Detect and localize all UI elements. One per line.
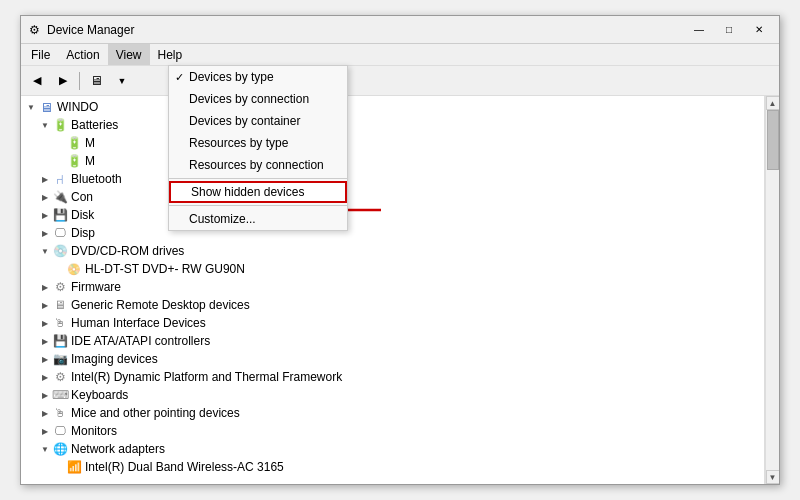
tree-label-firmware: Firmware bbox=[71, 280, 121, 294]
expand-ide[interactable]: ▶ bbox=[39, 335, 51, 347]
scroll-thumb[interactable] bbox=[767, 110, 779, 170]
tree-label-ide: IDE ATA/ATAPI controllers bbox=[71, 334, 210, 348]
window-title: Device Manager bbox=[47, 23, 685, 37]
mice-icon: 🖱 bbox=[52, 405, 68, 421]
computer-icon: 🖥 bbox=[38, 99, 54, 115]
monitors-icon: 🖵 bbox=[52, 423, 68, 439]
tree-item-batteries[interactable]: ▼ 🔋 Batteries bbox=[21, 116, 764, 134]
menu-help[interactable]: Help bbox=[150, 44, 191, 65]
tree-label-keyboards: Keyboards bbox=[71, 388, 128, 402]
bluetooth-icon: ⑁ bbox=[52, 171, 68, 187]
menu-file[interactable]: File bbox=[23, 44, 58, 65]
disp-icon: 🖵 bbox=[52, 225, 68, 241]
expand-intel[interactable]: ▶ bbox=[39, 371, 51, 383]
forward-button[interactable]: ▶ bbox=[51, 70, 75, 92]
tree-label-dvddrive: HL-DT-ST DVD+- RW GU90N bbox=[85, 262, 245, 276]
toolbar: ◀ ▶ 🖥 ▼ bbox=[21, 66, 779, 96]
scroll-up[interactable]: ▲ bbox=[766, 96, 780, 110]
scroll-down[interactable]: ▼ bbox=[766, 470, 780, 484]
tree-label-remote: Generic Remote Desktop devices bbox=[71, 298, 250, 312]
expand-con[interactable]: ▶ bbox=[39, 191, 51, 203]
toolbar-separator bbox=[79, 72, 80, 90]
tree-label-imaging: Imaging devices bbox=[71, 352, 158, 366]
expand-hid[interactable]: ▶ bbox=[39, 317, 51, 329]
expand-monitors[interactable]: ▶ bbox=[39, 425, 51, 437]
expand-mice[interactable]: ▶ bbox=[39, 407, 51, 419]
tree-item-firmware[interactable]: ▶ ⚙ Firmware bbox=[21, 278, 764, 296]
tree-label-intel: Intel(R) Dynamic Platform and Thermal Fr… bbox=[71, 370, 342, 384]
tree-item-dvd[interactable]: ▼ 💿 DVD/CD-ROM drives bbox=[21, 242, 764, 260]
tree-panel[interactable]: ▼ 🖥 WINDO ▼ 🔋 Batteries 🔋 M 🔋 bbox=[21, 96, 765, 484]
title-bar: ⚙ Device Manager — □ ✕ bbox=[21, 16, 779, 44]
tree-item-remote[interactable]: ▶ 🖥 Generic Remote Desktop devices bbox=[21, 296, 764, 314]
title-icon: ⚙ bbox=[27, 23, 41, 37]
expand-batteries[interactable]: ▼ bbox=[39, 119, 51, 131]
back-button[interactable]: ◀ bbox=[25, 70, 49, 92]
tree-label-dvd: DVD/CD-ROM drives bbox=[71, 244, 184, 258]
expand-network[interactable]: ▼ bbox=[39, 443, 51, 455]
expand-remote[interactable]: ▶ bbox=[39, 299, 51, 311]
tree-item-mice[interactable]: ▶ 🖱 Mice and other pointing devices bbox=[21, 404, 764, 422]
dvddrive-icon: 📀 bbox=[66, 261, 82, 277]
scrollbar[interactable]: ▲ ▼ bbox=[765, 96, 779, 484]
main-area: ▼ 🖥 WINDO ▼ 🔋 Batteries 🔋 M 🔋 bbox=[21, 96, 779, 484]
expand-dvd[interactable]: ▼ bbox=[39, 245, 51, 257]
expand-keyboards[interactable]: ▶ bbox=[39, 389, 51, 401]
expand-disk[interactable]: ▶ bbox=[39, 209, 51, 221]
tree-item-network[interactable]: ▼ 🌐 Network adapters bbox=[21, 440, 764, 458]
menu-view[interactable]: View bbox=[108, 44, 150, 65]
tree-label-con: Con bbox=[71, 190, 93, 204]
tree-label-monitors: Monitors bbox=[71, 424, 117, 438]
tree-item-ide[interactable]: ▶ 💾 IDE ATA/ATAPI controllers bbox=[21, 332, 764, 350]
disk-icon: 💾 bbox=[52, 207, 68, 223]
minimize-button[interactable]: — bbox=[685, 20, 713, 40]
maximize-button[interactable]: □ bbox=[715, 20, 743, 40]
expand-firmware[interactable]: ▶ bbox=[39, 281, 51, 293]
wifi-icon: 📶 bbox=[66, 459, 82, 475]
tree-item-con[interactable]: ▶ 🔌 Con bbox=[21, 188, 764, 206]
tree-item-monitors[interactable]: ▶ 🖵 Monitors bbox=[21, 422, 764, 440]
battery3-icon: 🔋 bbox=[66, 153, 82, 169]
tree-item-keyboards[interactable]: ▶ ⌨ Keyboards bbox=[21, 386, 764, 404]
title-controls: — □ ✕ bbox=[685, 20, 773, 40]
tree-item-intel[interactable]: ▶ ⚙ Intel(R) Dynamic Platform and Therma… bbox=[21, 368, 764, 386]
tree-label-wifi: Intel(R) Dual Band Wireless-AC 3165 bbox=[85, 460, 284, 474]
keyboards-icon: ⌨ bbox=[52, 387, 68, 403]
menu-bar: File Action View Help bbox=[21, 44, 779, 66]
battery-icon: 🔋 bbox=[52, 117, 68, 133]
con-icon: 🔌 bbox=[52, 189, 68, 205]
expand-root[interactable]: ▼ bbox=[25, 101, 37, 113]
tree-item-disk[interactable]: ▶ 💾 Disk bbox=[21, 206, 764, 224]
close-button[interactable]: ✕ bbox=[745, 20, 773, 40]
folder-button[interactable]: 🖥 bbox=[84, 70, 108, 92]
expand-none3 bbox=[53, 263, 65, 275]
tree-item-bluetooth[interactable]: ▶ ⑁ Bluetooth bbox=[21, 170, 764, 188]
tree-item-disp[interactable]: ▶ 🖵 Disp bbox=[21, 224, 764, 242]
tree-label-mice: Mice and other pointing devices bbox=[71, 406, 240, 420]
ide-icon: 💾 bbox=[52, 333, 68, 349]
tree-item-battery1[interactable]: 🔋 M bbox=[21, 134, 764, 152]
tree-item-dvddrive[interactable]: 📀 HL-DT-ST DVD+- RW GU90N bbox=[21, 260, 764, 278]
tree-item-imaging[interactable]: ▶ 📷 Imaging devices bbox=[21, 350, 764, 368]
network-icon: 🌐 bbox=[52, 441, 68, 457]
tree-item-hid[interactable]: ▶ 🖱 Human Interface Devices bbox=[21, 314, 764, 332]
expand-bluetooth[interactable]: ▶ bbox=[39, 173, 51, 185]
expand-disp[interactable]: ▶ bbox=[39, 227, 51, 239]
menu-action[interactable]: Action bbox=[58, 44, 107, 65]
hid-icon: 🖱 bbox=[52, 315, 68, 331]
expand-imaging[interactable]: ▶ bbox=[39, 353, 51, 365]
imaging-icon: 📷 bbox=[52, 351, 68, 367]
dropdown-button[interactable]: ▼ bbox=[110, 70, 134, 92]
battery2-icon: 🔋 bbox=[66, 135, 82, 151]
intel-icon: ⚙ bbox=[52, 369, 68, 385]
tree-item-wifi[interactable]: 📶 Intel(R) Dual Band Wireless-AC 3165 bbox=[21, 458, 764, 476]
tree-label-network: Network adapters bbox=[71, 442, 165, 456]
expand-none bbox=[53, 137, 65, 149]
device-manager-window: ⚙ Device Manager — □ ✕ File Action View … bbox=[20, 15, 780, 485]
scroll-track[interactable] bbox=[766, 110, 779, 470]
firmware-icon: ⚙ bbox=[52, 279, 68, 295]
tree-item-battery2[interactable]: 🔋 M bbox=[21, 152, 764, 170]
tree-label-bluetooth: Bluetooth bbox=[71, 172, 122, 186]
tree-root[interactable]: ▼ 🖥 WINDO bbox=[21, 98, 764, 116]
tree-root-label: WINDO bbox=[57, 100, 98, 114]
